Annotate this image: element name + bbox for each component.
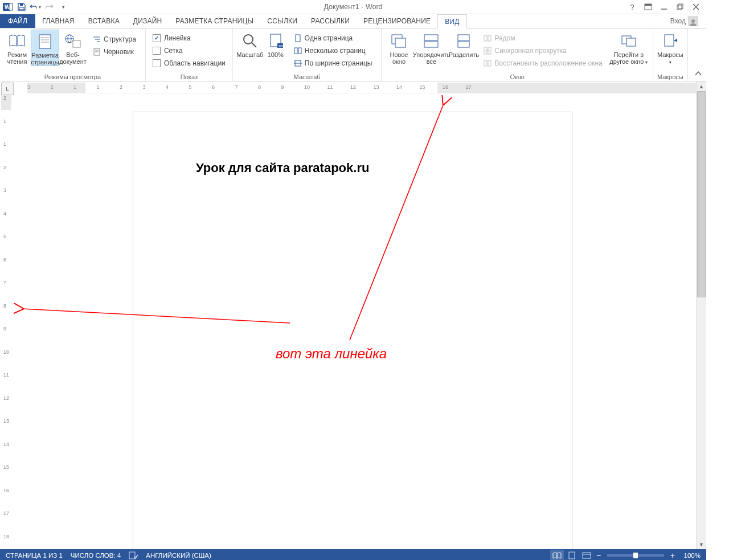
svg-marker-52 (674, 39, 677, 42)
group-window: Новое окно Упорядочить все Разделить Ряд… (382, 28, 653, 81)
new-window-icon (390, 32, 408, 50)
macros-group-label: Макросы (657, 73, 684, 80)
svg-rect-34 (298, 48, 301, 54)
arrange-all-button[interactable]: Упорядочить все (412, 30, 450, 65)
sync-scroll-label: Синхронная прокрутка (494, 47, 566, 55)
zoom-100-icon: 100 (267, 32, 285, 50)
status-left: СТРАНИЦА 1 ИЗ 1 ЧИСЛО СЛОВ: 4 АНГЛИЙСКИЙ… (0, 551, 211, 559)
one-page-button[interactable]: Одна страница (291, 32, 375, 44)
minimize-icon[interactable] (656, 1, 672, 13)
status-web-layout-icon[interactable] (580, 550, 593, 560)
svg-rect-20 (73, 40, 80, 47)
title-bar: W ▾ ▾ Документ1 - Word ? (0, 0, 706, 14)
scroll-up-icon[interactable]: ▲ (697, 81, 706, 91)
ruler-label: Линейка (164, 34, 191, 42)
draft-icon (92, 47, 101, 56)
status-page[interactable]: СТРАНИЦА 1 ИЗ 1 (6, 552, 63, 559)
zoom-in-button[interactable]: + (669, 551, 677, 559)
collapse-ribbon-icon[interactable] (690, 28, 706, 81)
redo-icon[interactable] (43, 1, 55, 13)
print-layout-button[interactable]: Разметка страницы (31, 30, 59, 66)
svg-rect-50 (626, 38, 636, 46)
chevron-down-icon[interactable]: ▾ (38, 5, 41, 10)
customize-qat-icon[interactable]: ▾ (57, 1, 68, 13)
one-page-icon (293, 34, 302, 43)
new-window-button[interactable]: Новое окно (385, 30, 412, 65)
ruler-corner[interactable]: L (1, 83, 14, 95)
svg-rect-6 (645, 4, 652, 6)
zoom-percent[interactable]: 100% (678, 552, 701, 559)
status-print-layout-icon[interactable] (565, 550, 579, 560)
reset-pos-label: Восстановить расположение окна (494, 59, 602, 67)
status-words[interactable]: ЧИСЛО СЛОВ: 4 (71, 552, 121, 559)
switch-windows-icon (620, 32, 638, 50)
svg-rect-55 (129, 552, 135, 559)
tab-mailings[interactable]: РАССЫЛКИ (304, 14, 357, 28)
tab-file[interactable]: ФАЙЛ (0, 14, 35, 28)
status-language[interactable]: АНГЛИЙСКИЙ (США) (146, 552, 211, 559)
close-icon[interactable] (688, 1, 704, 13)
word-app-icon[interactable]: W (2, 1, 14, 13)
multi-page-label: Несколько страниц (305, 47, 366, 55)
svg-rect-2 (9, 3, 13, 10)
split-button[interactable]: Разделить (450, 30, 477, 58)
macros-button[interactable]: Макросы▾ (657, 30, 684, 66)
multi-page-button[interactable]: Несколько страниц (291, 44, 375, 57)
read-mode-button[interactable]: Режим чтения (3, 30, 31, 65)
tab-home[interactable]: ГЛАВНАЯ (35, 14, 81, 28)
navigation-pane-label: Область навигации (164, 59, 226, 67)
side-by-side-label: Рядом (494, 34, 515, 42)
scrollbar-vertical[interactable]: ▲ ▼ (696, 81, 706, 549)
checkbox-checked-icon (153, 34, 161, 42)
draft-button[interactable]: Черновик (90, 46, 138, 58)
page[interactable] (133, 112, 572, 549)
svg-rect-32 (296, 35, 300, 42)
switch-windows-button[interactable]: Перейти в другое окно ▾ (608, 30, 649, 66)
gridlines-checkbox[interactable]: Сетка (153, 44, 226, 57)
tab-review[interactable]: РЕЦЕНЗИРОВАНИЕ (357, 14, 437, 28)
zoom-slider-thumb[interactable] (633, 553, 638, 558)
status-proofing-icon[interactable] (129, 551, 138, 559)
sync-scroll-button[interactable]: Синхронная прокрутка (481, 44, 604, 57)
ruler-vertical-wrap: 21123456789101112131415161718 (0, 81, 14, 549)
svg-rect-47 (484, 60, 487, 66)
tabs-right: Вход (669, 14, 706, 28)
sign-in-button[interactable]: Вход (669, 16, 702, 26)
ribbon-display-icon[interactable] (640, 1, 656, 13)
zoom-100-button[interactable]: 100 100% (264, 30, 288, 58)
ruler-checkbox[interactable]: Линейка (153, 32, 226, 44)
svg-rect-38 (395, 38, 406, 47)
zoom-out-button[interactable]: − (595, 551, 603, 559)
help-icon[interactable]: ? (624, 1, 640, 13)
page-width-label: По ширине страницы (305, 59, 372, 67)
tab-design[interactable]: ДИЗАЙН (126, 14, 169, 28)
restore-icon[interactable] (672, 1, 688, 13)
svg-text:100: 100 (279, 44, 284, 48)
group-zoom: Масштаб 100 100% Одна страница Несколько… (233, 28, 382, 81)
tab-insert[interactable]: ВСТАВКА (81, 14, 126, 28)
undo-icon[interactable]: ▾ (30, 1, 41, 13)
document-canvas[interactable]: Урок для сайта paratapok.ru вот эта лине… (14, 95, 696, 549)
scroll-down-icon[interactable]: ▼ (697, 539, 706, 549)
navigation-pane-checkbox[interactable]: Область навигации (153, 57, 226, 70)
page-width-button[interactable]: По ширине страницы (291, 57, 375, 70)
tab-page-layout[interactable]: РАЗМЕТКА СТРАНИЦЫ (169, 14, 260, 28)
zoom-button[interactable]: Масштаб (236, 30, 264, 58)
checkbox-icon (153, 59, 161, 67)
svg-rect-8 (677, 5, 682, 10)
zoom-slider[interactable] (607, 554, 664, 557)
side-by-side-button[interactable]: Рядом (481, 32, 604, 44)
ruler-vertical[interactable]: 21123456789101112131415161718 (1, 95, 11, 549)
reset-pos-button[interactable]: Восстановить расположение окна (481, 57, 604, 70)
web-layout-button[interactable]: Веб-документ (59, 30, 87, 65)
status-read-mode-icon[interactable] (550, 550, 564, 560)
scroll-thumb[interactable] (697, 91, 706, 297)
svg-rect-48 (488, 60, 491, 66)
ruler-horizontal[interactable]: 3211234567891011121314151617 (27, 83, 696, 93)
status-bar: СТРАНИЦА 1 ИЗ 1 ЧИСЛО СЛОВ: 4 АНГЛИЙСКИЙ… (0, 549, 706, 560)
tab-view[interactable]: ВИД (437, 14, 466, 28)
tab-references[interactable]: ССЫЛКИ (260, 14, 304, 28)
outline-button[interactable]: Структура (90, 33, 138, 46)
svg-rect-40 (424, 42, 438, 47)
save-icon[interactable] (16, 1, 27, 13)
